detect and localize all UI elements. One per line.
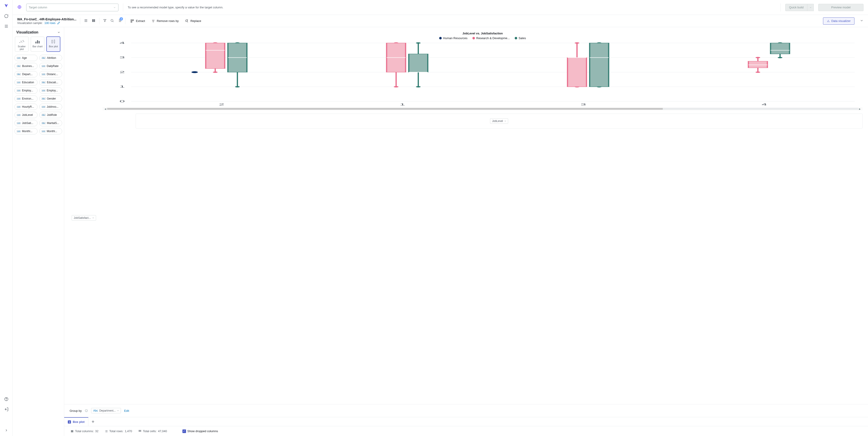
bar-chart-icon	[35, 39, 40, 44]
help-icon[interactable]	[4, 397, 8, 402]
x-axis-field-slot[interactable]: JobLevel	[490, 118, 508, 124]
svg-point-63	[235, 86, 240, 88]
column-chip[interactable]: 123HourlyR...	[14, 104, 37, 110]
remove-rows-button[interactable]: Remove rows by	[150, 18, 180, 24]
svg-rect-4	[92, 19, 93, 22]
sample-value-link[interactable]: 100 rows	[44, 22, 56, 25]
svg-point-14	[22, 42, 22, 42]
show-dropped-checkbox[interactable]: ✓	[182, 430, 186, 433]
legend-swatch-rd	[472, 37, 475, 39]
sort-badge: 3	[120, 17, 123, 21]
logout-icon[interactable]	[4, 407, 8, 412]
more-options-icon[interactable]	[860, 19, 864, 23]
replace-button[interactable]: Replace	[184, 18, 203, 24]
columns-view-icon[interactable]	[92, 19, 96, 23]
edit-sample-icon[interactable]	[57, 22, 60, 24]
scroll-left-icon[interactable]: ◀	[103, 108, 107, 110]
svg-rect-20	[52, 40, 53, 43]
column-list[interactable]: 123AgeAbcAttritionAbcBusines...123DailyR…	[13, 54, 64, 436]
svg-rect-6	[94, 19, 95, 22]
sort-icon[interactable]: 3	[118, 19, 122, 23]
column-chip[interactable]: AbcJobRole	[39, 112, 62, 118]
column-chip[interactable]: 123Distanc...	[39, 71, 62, 77]
extract-button[interactable]: Extract	[129, 18, 146, 24]
status-bar: Total columns: 32 Total rows: 1,470 Tota…	[64, 426, 868, 436]
data-visualizer-button[interactable]: Data visualizer	[823, 18, 855, 25]
column-chip[interactable]: 123JobLevel	[14, 112, 37, 118]
svg-point-70	[416, 42, 421, 44]
svg-point-2	[18, 5, 21, 8]
chart-type-box[interactable]: Box plot	[46, 37, 60, 52]
group-by-bar: Group by Abc Department... Edit	[64, 404, 868, 417]
chart-type-bar[interactable]: Bar chart	[31, 37, 44, 52]
column-chip[interactable]: 123Employ...	[39, 87, 62, 94]
total-columns-value: 32	[95, 430, 98, 433]
column-chip[interactable]: AbcAttrition	[39, 55, 62, 61]
info-icon[interactable]	[85, 409, 88, 412]
svg-rect-10	[131, 21, 132, 22]
svg-point-45	[394, 86, 399, 88]
svg-point-58	[755, 57, 760, 58]
column-chip[interactable]: 123Age	[14, 55, 37, 61]
column-chip[interactable]: 123Monthl...	[39, 128, 62, 135]
filter-icon[interactable]	[103, 19, 107, 23]
visualization-title: Visualization	[16, 30, 38, 34]
svg-point-12	[20, 42, 20, 43]
list-icon[interactable]	[4, 24, 8, 29]
target-hint: To see a recommended model type, specify…	[128, 6, 776, 9]
chart-type-scatter[interactable]: Scatter plot	[15, 37, 29, 52]
svg-text:4: 4	[120, 41, 125, 45]
column-chip[interactable]: 123JobInvo...	[39, 104, 62, 110]
tab-box-plot[interactable]: ▯ Box plot	[64, 417, 88, 426]
column-chip[interactable]: 123DailyRate	[39, 63, 62, 69]
svg-point-52	[575, 42, 579, 44]
show-dropped-label: Show dropped columns	[187, 430, 218, 433]
column-chip[interactable]: 123Monthl...	[14, 128, 37, 135]
total-rows-value: 1,470	[125, 430, 132, 433]
box-plot-icon	[51, 39, 56, 44]
column-chip[interactable]: AbcDepart...	[14, 71, 37, 77]
box-plot-svg: 012342134	[103, 41, 863, 107]
total-cells-value: 47,040	[158, 430, 167, 433]
svg-point-39	[213, 71, 218, 73]
legend-swatch-sales	[515, 37, 517, 39]
refresh-icon[interactable]	[4, 14, 8, 19]
add-tab-button[interactable]: +	[88, 419, 98, 425]
rows-view-icon[interactable]	[84, 19, 88, 23]
column-chip[interactable]: AbcBusines...	[14, 63, 37, 69]
svg-rect-19	[39, 41, 39, 43]
scatter-icon	[19, 39, 25, 44]
extract-icon	[130, 19, 134, 23]
column-chip[interactable]: AbcGender	[39, 95, 62, 102]
target-column-select[interactable]: Target column	[26, 4, 119, 11]
chart-hscroll[interactable]: ◀ ▶	[103, 107, 863, 110]
expand-rail-icon[interactable]	[4, 429, 8, 433]
svg-rect-87	[72, 430, 72, 432]
column-chip[interactable]: 123Education	[14, 79, 37, 86]
column-chip[interactable]: 123Employ...	[14, 87, 37, 94]
group-by-edit-link[interactable]: Edit	[124, 409, 129, 412]
legend-swatch-hr	[439, 37, 442, 39]
chevron-down-icon	[117, 410, 119, 412]
target-icon	[17, 5, 22, 10]
svg-rect-93	[140, 431, 141, 432]
scroll-right-icon[interactable]: ▶	[858, 108, 862, 110]
column-chip[interactable]: AbcEducati...	[39, 79, 62, 86]
svg-rect-8	[131, 20, 132, 21]
svg-text:1: 1	[400, 103, 405, 106]
svg-point-16	[24, 41, 24, 42]
chart-legend: Human Resources Research & Developme... …	[103, 36, 863, 40]
columns-icon	[70, 430, 74, 433]
svg-rect-90	[140, 430, 141, 431]
column-chip[interactable]: 123Environ...	[14, 95, 37, 102]
svg-rect-89	[139, 430, 140, 431]
y-axis-field-slot[interactable]: JobSatisfact...	[72, 215, 96, 221]
collapse-panel-icon[interactable]	[57, 31, 60, 34]
column-chip[interactable]: 123JobSati...	[14, 120, 37, 126]
column-chip[interactable]: AbcMaritalS...	[39, 120, 62, 126]
svg-point-57	[755, 71, 760, 73]
search-icon[interactable]	[110, 19, 114, 23]
visualization-panel: Visualization Scatter plot Bar c	[13, 27, 64, 436]
group-by-field-slot[interactable]: Abc Department...	[91, 408, 121, 413]
tab-box-plot-icon: ▯	[68, 420, 71, 424]
